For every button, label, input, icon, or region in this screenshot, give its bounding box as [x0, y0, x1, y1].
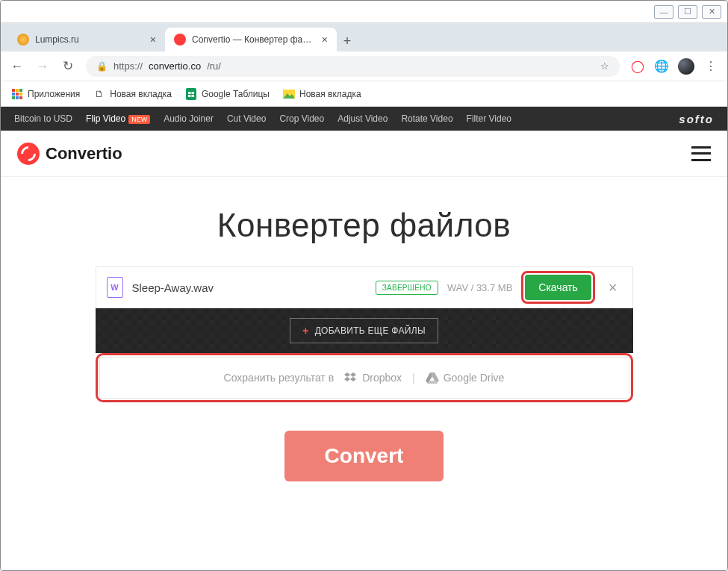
gdrive-icon	[426, 372, 439, 384]
logo-text: Convertio	[46, 144, 122, 163]
add-more-files-button[interactable]: + ДОБАВИТЬ ЕЩЕ ФАЙЛЫ	[290, 318, 438, 343]
softo-item[interactable]: Adjust Video	[337, 113, 388, 124]
save-options: Сохранить результат в Dropbox | Google D…	[99, 357, 629, 399]
bookmark-label: Google Таблицы	[202, 89, 270, 99]
softo-item[interactable]: Cut Video	[227, 113, 266, 124]
svg-marker-15	[344, 372, 350, 377]
bookmark-label: Новая вкладка	[299, 89, 361, 99]
softo-topbar: Bitcoin to USD Flip VideoNEW Audio Joine…	[1, 107, 727, 131]
bookmark-label: Новая вкладка	[110, 89, 172, 99]
dropbox-icon	[344, 372, 358, 383]
back-button[interactable]: ←	[10, 59, 25, 74]
file-row: W Sleep-Away.wav ЗАВЕРШЕНО WAV / 33.7 MB…	[96, 266, 633, 308]
window-maximize[interactable]: ☐	[678, 5, 697, 19]
tab-convertio[interactable]: Convertio — Конвертер файлов ×	[165, 28, 337, 52]
site-header: Convertio	[1, 131, 727, 177]
bookmarks-bar: Приложения 🗋 Новая вкладка Google Таблиц…	[1, 81, 727, 107]
hero: Конвертер файлов	[1, 177, 727, 266]
softo-item[interactable]: Bitcoin to USD	[14, 113, 72, 124]
convertio-logo[interactable]: Convertio	[17, 143, 122, 165]
svg-rect-8	[19, 96, 22, 99]
file-icon: 🗋	[93, 88, 105, 100]
svg-marker-16	[350, 372, 356, 377]
toolbar-right: ◯ 🌐 ⋮	[630, 58, 718, 75]
converter-panel: W Sleep-Away.wav ЗАВЕРШЕНО WAV / 33.7 MB…	[96, 266, 633, 402]
svg-marker-17	[344, 377, 350, 381]
remove-file-icon[interactable]: ×	[604, 279, 622, 296]
close-tab-icon[interactable]: ×	[150, 34, 156, 46]
star-icon[interactable]: ☆	[600, 60, 609, 72]
url-path: /ru/	[207, 60, 221, 72]
tab-strip: Lumpics.ru × Convertio — Конвертер файло…	[1, 23, 727, 52]
page-content: Bitcoin to USD Flip VideoNEW Audio Joine…	[1, 107, 727, 570]
convert-wrap: Convert	[1, 402, 727, 510]
add-more-bar: + ДОБАВИТЬ ЕЩЕ ФАЙЛЫ	[96, 308, 633, 353]
file-info: WAV / 33.7 MB	[447, 282, 512, 293]
download-button[interactable]: Скачать	[525, 275, 591, 300]
address-bar: ← → ↻ 🔒 https://convertio.co/ru/ ☆ ◯ 🌐 ⋮	[1, 52, 727, 81]
profile-avatar[interactable]	[678, 58, 694, 75]
softo-item[interactable]: Rotate Video	[401, 113, 452, 124]
bookmark-apps[interactable]: Приложения	[11, 88, 80, 100]
file-name: Sleep-Away.wav	[132, 281, 367, 294]
svg-rect-6	[12, 96, 15, 99]
sheets-icon	[185, 88, 197, 100]
url-scheme: https://	[113, 60, 143, 72]
favicon-icon	[17, 34, 29, 46]
globe-icon[interactable]: 🌐	[654, 59, 669, 74]
svg-rect-3	[12, 93, 15, 96]
bookmark-newtab-2[interactable]: Новая вкладка	[283, 88, 361, 100]
logo-icon	[17, 143, 40, 165]
url-host: convertio.co	[149, 60, 201, 72]
svg-marker-21	[428, 381, 439, 384]
add-more-label: ДОБАВИТЬ ЕЩЕ ФАЙЛЫ	[315, 325, 426, 336]
softo-item[interactable]: Audio Joiner	[164, 113, 214, 124]
filetype-icon: W	[107, 277, 123, 298]
save-dropbox[interactable]: Dropbox	[344, 372, 402, 384]
tab-title: Convertio — Конвертер файлов	[192, 34, 316, 45]
window-minimize[interactable]: —	[654, 5, 673, 19]
svg-rect-2	[19, 89, 22, 92]
reload-button[interactable]: ↻	[60, 58, 75, 74]
tab-lumpics[interactable]: Lumpics.ru ×	[8, 28, 165, 52]
page-title: Конвертер файлов	[1, 207, 727, 244]
bookmark-sheets[interactable]: Google Таблицы	[185, 88, 270, 100]
favicon-icon	[174, 34, 186, 46]
plus-icon: +	[302, 325, 308, 337]
svg-rect-4	[16, 93, 19, 96]
softo-brand: softo	[679, 113, 714, 125]
image-icon	[283, 88, 295, 100]
opera-icon[interactable]: ◯	[630, 59, 645, 74]
bookmark-newtab-1[interactable]: 🗋 Новая вкладка	[93, 88, 172, 100]
svg-rect-5	[19, 93, 22, 96]
forward-button[interactable]: →	[35, 59, 50, 74]
window-titlebar: — ☐ ✕	[1, 1, 727, 23]
bookmark-label: Приложения	[28, 89, 80, 99]
close-tab-icon[interactable]: ×	[322, 34, 328, 46]
menu-icon[interactable]	[691, 146, 711, 161]
apps-icon	[11, 88, 23, 100]
kebab-menu-icon[interactable]: ⋮	[703, 59, 718, 74]
softo-item[interactable]: Crop Video	[279, 113, 324, 124]
save-label: Сохранить результат в	[224, 372, 335, 384]
svg-rect-7	[16, 96, 19, 99]
tab-title: Lumpics.ru	[35, 34, 144, 45]
softo-item[interactable]: Flip VideoNEW	[86, 113, 150, 124]
status-badge: ЗАВЕРШЕНО	[376, 281, 438, 295]
lock-icon: 🔒	[96, 61, 108, 72]
new-tab-button[interactable]: +	[337, 31, 358, 52]
window-close[interactable]: ✕	[702, 5, 721, 19]
svg-marker-18	[350, 377, 356, 381]
softo-item[interactable]: Filter Video	[467, 113, 511, 124]
convert-button[interactable]: Convert	[284, 431, 444, 481]
new-badge: NEW	[128, 115, 150, 124]
svg-rect-0	[12, 89, 15, 92]
highlight-download: Скачать	[521, 271, 595, 304]
browser-window: — ☐ ✕ Lumpics.ru × Convertio — Конвертер…	[0, 0, 728, 571]
highlight-save-options: Сохранить результат в Dropbox | Google D…	[96, 353, 633, 402]
divider: |	[412, 372, 415, 384]
save-google-drive[interactable]: Google Drive	[426, 372, 505, 384]
svg-rect-1	[16, 89, 19, 92]
omnibox[interactable]: 🔒 https://convertio.co/ru/ ☆	[86, 56, 620, 77]
